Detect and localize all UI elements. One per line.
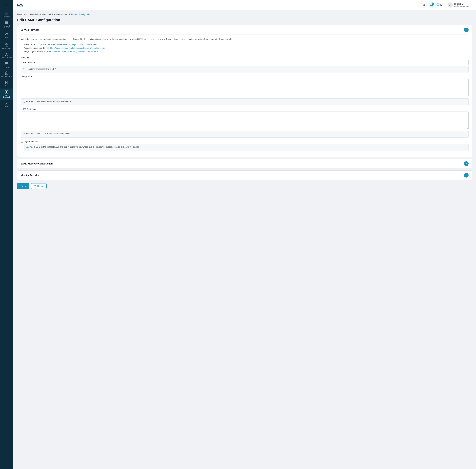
user-icon	[449, 3, 452, 6]
entity-id-label: Entity ID *	[21, 56, 469, 59]
sidebar-dashboard-label: Dashboard	[3, 16, 10, 18]
acs-url-label: Assertion Consumer Service:	[24, 47, 50, 49]
breadcrumb-current: Edit SAML Configuration	[69, 13, 91, 16]
action-bar: Save Delete	[17, 183, 472, 189]
sidebar-item-apps[interactable]: Apps	[0, 79, 13, 89]
svg-point-11	[7, 33, 8, 34]
notification-badge: 0	[432, 2, 434, 5]
search-button[interactable]	[421, 2, 427, 8]
user-avatar	[448, 2, 453, 8]
svg-rect-18	[5, 91, 6, 92]
breadcrumb-sep-3: ›	[68, 14, 68, 15]
user-name: Hi girish v	[454, 3, 469, 5]
entity-id-input[interactable]	[21, 60, 469, 65]
sidebar-menu-button[interactable]	[0, 0, 13, 10]
hint-icon-cert: ⓘ	[23, 133, 25, 136]
user-details: Hi girish v girish.v@digitalapi...	[454, 3, 469, 7]
notification-button[interactable]: 0	[429, 2, 434, 8]
svg-text:DIGITAL APICRAFT: DIGITAL APICRAFT	[17, 6, 23, 7]
breadcrumb-site-admin[interactable]: Site Administration	[29, 13, 46, 16]
acs-url-item: Assertion Consumer Service: https://dacd…	[24, 46, 469, 50]
identity-provider-header[interactable]: Identity Provider	[17, 171, 472, 180]
svg-rect-19	[7, 91, 8, 92]
sls-url-item: Single Logout Service: https://dacdev.on…	[24, 50, 469, 53]
sidebar-item-partners[interactable]: Partners	[0, 30, 13, 40]
sidebar-item-apis-products[interactable]: APIs and Products	[0, 19, 13, 31]
svg-rect-8	[5, 22, 8, 23]
sign-metadata-group: Sign metadata ⓘ Add a UUID to the metada…	[21, 140, 469, 151]
user-menu[interactable]: Hi girish v girish.v@digitalapi...	[448, 2, 472, 8]
page-title: Edit SAML Configuration	[17, 18, 472, 22]
delete-button[interactable]: Delete	[31, 183, 47, 189]
sidebar-apps-label: Apps	[5, 85, 8, 87]
sidebar-apis-label: APIs and Products	[1, 25, 13, 29]
svg-rect-3	[5, 12, 6, 13]
entity-id-hint: ⓘ The identifier representing the SP.	[21, 66, 469, 73]
sidebar-item-api-admin[interactable]: API Administration	[0, 40, 13, 51]
certificate-label: X.509 Certificate	[21, 108, 469, 110]
topbar-right: 0 🌐 EN Hi girish v girish.v@digitalapi..…	[421, 2, 472, 8]
delete-label: Delete	[37, 185, 44, 187]
hint-icon-entity: ⓘ	[23, 68, 25, 71]
service-provider-urls: Metadata URL: https://dacdev.oneapimarke…	[21, 43, 469, 53]
breadcrumb-saml-auth[interactable]: SAML Authentication	[49, 13, 67, 16]
saml-message-header[interactable]: SAML Message Construction	[17, 159, 472, 168]
sidebar-item-manage-partners[interactable]: Manage Partners	[0, 51, 13, 61]
metadata-url-link[interactable]: https://dacdev.oneapimarketplace.digital…	[38, 43, 98, 46]
hint-icon-sign: ⓘ	[26, 146, 29, 149]
lang-label: EN	[440, 4, 443, 6]
language-selector[interactable]: 🌐 EN	[436, 3, 446, 6]
svg-rect-14	[6, 72, 7, 72]
sidebar-users-label: Users	[5, 106, 9, 108]
private-key-group: Private Key ⓘ Line breaks and '-----BEGI…	[21, 76, 469, 105]
sign-metadata-label: Sign metadata	[24, 140, 38, 143]
saml-message-title: SAML Message Construction	[21, 162, 52, 165]
service-provider-section: Service Provider Metadata is not exposed…	[17, 25, 472, 157]
logo-image: DAC DIGITAL APICRAFT	[17, 3, 27, 7]
breadcrumb-dashboard[interactable]: Dashboard	[17, 13, 27, 16]
sidebar-item-dashboard[interactable]: Dashboard	[0, 10, 13, 19]
svg-rect-6	[7, 14, 8, 15]
entity-id-hint-text: The identifier representing the SP.	[26, 68, 56, 70]
private-key-label: Private Key	[21, 76, 469, 78]
certificate-group: X.509 Certificate ⓘ Line breaks and '---…	[21, 108, 469, 138]
acs-url-link[interactable]: https://dacdev.oneapimarketplace.digital…	[50, 47, 105, 49]
breadcrumb: Dashboard › Site Administration › SAML A…	[17, 13, 472, 16]
service-provider-title: Service Provider	[21, 29, 39, 31]
entity-id-group: Entity ID * ⓘ The identifier representin…	[21, 56, 469, 73]
svg-rect-15	[6, 81, 8, 84]
sidebar-item-site-admin[interactable]: Site Administration	[0, 89, 13, 100]
svg-rect-20	[5, 92, 6, 93]
save-button[interactable]: Save	[17, 183, 29, 189]
sidebar-site-admin-label: Site Administration	[1, 95, 13, 98]
breadcrumb-sep-2: ›	[47, 14, 47, 15]
service-provider-chevron[interactable]	[464, 28, 469, 32]
saml-message-section: SAML Message Construction	[17, 159, 472, 168]
service-provider-header[interactable]: Service Provider	[17, 25, 472, 34]
svg-point-25	[423, 4, 425, 5]
sls-url-link[interactable]: https://dacdev.oneapimarketplace.digital…	[44, 50, 98, 53]
user-email: girish.v@digitalapi...	[454, 5, 469, 7]
svg-rect-4	[7, 12, 8, 13]
chevron-up-icon	[465, 29, 467, 31]
hint-icon-private-key: ⓘ	[23, 100, 25, 103]
identity-provider-section: Identity Provider	[17, 170, 472, 180]
chevron-down-icon	[444, 4, 446, 6]
identity-provider-title: Identity Provider	[21, 174, 39, 177]
saml-message-chevron[interactable]	[464, 161, 469, 166]
private-key-textarea[interactable]	[21, 79, 469, 97]
sign-metadata-row: Sign metadata	[21, 140, 469, 143]
identity-provider-chevron[interactable]	[464, 173, 469, 178]
sidebar-item-api-subscriptions[interactable]: API Subscriptions	[0, 70, 13, 79]
private-key-hint: ⓘ Line breaks and '-----BEGIN/END' lines…	[21, 98, 469, 105]
sls-url-label: Single Logout Service:	[24, 50, 44, 53]
sidebar-subscriptions-label: API Subscriptions	[1, 76, 12, 78]
sidebar-api-admin-label: API Administration	[1, 46, 13, 49]
trash-icon	[34, 185, 36, 187]
service-provider-info: Metadata is not exposed by default; see …	[21, 37, 469, 41]
sidebar-item-users[interactable]: Users	[0, 100, 13, 109]
sidebar-item-api-testing[interactable]: API Testing	[0, 61, 13, 70]
certificate-textarea[interactable]	[21, 111, 469, 129]
sign-metadata-checkbox[interactable]	[21, 140, 23, 143]
sidebar: Dashboard APIs and Products Partners API…	[0, 0, 13, 469]
